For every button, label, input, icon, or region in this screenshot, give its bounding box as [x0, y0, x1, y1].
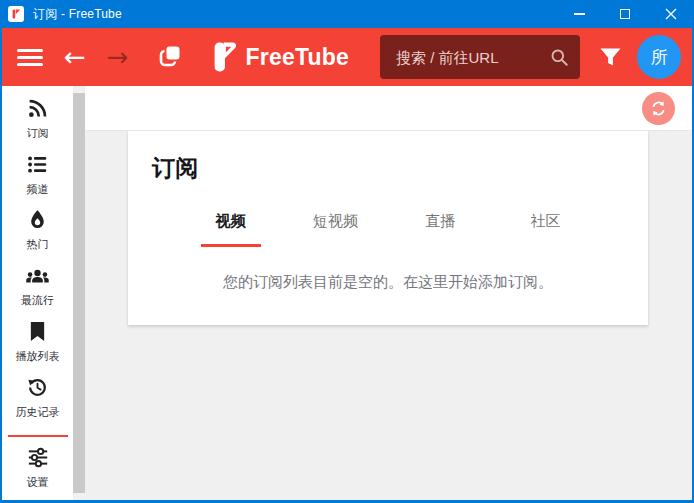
titlebar: 订阅 - FreeTube [0, 0, 694, 28]
app-window: 订阅 - FreeTube ← → [0, 0, 694, 503]
freetube-glyph-icon [10, 8, 22, 20]
sidebar-item-label: 频道 [27, 182, 49, 197]
search-icon[interactable] [550, 48, 569, 67]
refresh-icon [650, 100, 667, 117]
sidebar-item-label: 热门 [27, 237, 49, 252]
empty-state-message: 您的订阅列表目前是空的。在这里开始添加订阅。 [152, 273, 624, 292]
freetube-logo-icon [211, 39, 238, 75]
maximize-button[interactable] [602, 0, 648, 28]
freetube-logo[interactable]: FreeTube [211, 39, 349, 75]
content-top-strip [85, 86, 692, 131]
history-icon [27, 377, 48, 398]
sidebar-item-label: 订阅 [27, 126, 49, 141]
sidebar-divider [8, 435, 68, 437]
window-body: 订阅 频道 热门 [2, 86, 692, 500]
freetube-app-icon [8, 6, 24, 22]
profile-avatar[interactable]: 所 [637, 35, 681, 79]
search-box[interactable] [380, 35, 580, 79]
sidebar-item-history[interactable]: 历史记录 [2, 374, 73, 430]
subscription-tabs: 视频 短视频 直播 社区 [152, 212, 624, 247]
settings-sliders-icon [27, 447, 49, 468]
sidebar-item-subscriptions[interactable]: 订阅 [2, 95, 73, 151]
sidebar-item-settings[interactable]: 设置 [2, 444, 73, 500]
sidebar-item-trending[interactable]: 热门 [2, 206, 73, 262]
main-content: 订阅 视频 短视频 直播 社区 [85, 86, 692, 500]
close-icon [665, 8, 677, 20]
app-header: ← → FreeTube [2, 28, 692, 86]
sidebar: 订阅 频道 热门 [2, 86, 73, 500]
content-background: 订阅 视频 短视频 直播 社区 [85, 131, 692, 500]
sidebar-item-label: 最流行 [21, 293, 54, 308]
window-controls [556, 0, 694, 28]
forward-button[interactable]: → [107, 44, 129, 70]
new-window-icon [156, 44, 182, 70]
rss-icon [27, 98, 48, 119]
refresh-button[interactable] [642, 92, 675, 125]
tab-community[interactable]: 社区 [493, 212, 598, 247]
maximize-icon [620, 9, 630, 19]
menu-button[interactable] [17, 49, 43, 66]
subscriptions-card: 订阅 视频 短视频 直播 社区 [128, 131, 648, 325]
users-icon [26, 265, 49, 286]
tab-live[interactable]: 直播 [388, 212, 493, 247]
tab-videos[interactable]: 视频 [178, 212, 283, 247]
sidebar-scrollbar[interactable] [73, 86, 85, 500]
sidebar-item-label: 历史记录 [16, 405, 60, 420]
filter-button[interactable] [599, 47, 622, 68]
logo-text: FreeTube [246, 44, 349, 71]
tab-label: 社区 [531, 212, 561, 245]
window-title: 订阅 - FreeTube [33, 6, 122, 23]
close-button[interactable] [648, 0, 694, 28]
sidebar-item-label: 播放列表 [16, 349, 60, 364]
sidebar-item-most-popular[interactable]: 最流行 [2, 262, 73, 318]
search-input[interactable] [394, 48, 550, 67]
filter-icon [599, 47, 622, 68]
sidebar-item-channels[interactable]: 频道 [2, 151, 73, 207]
new-window-button[interactable] [156, 44, 182, 70]
sidebar-item-playlists[interactable]: 播放列表 [2, 318, 73, 374]
sidebar-item-label: 设置 [27, 475, 49, 490]
back-button[interactable]: ← [64, 44, 86, 70]
tab-label: 短视频 [313, 212, 358, 245]
tab-label: 视频 [201, 212, 261, 247]
minimize-icon [574, 13, 585, 15]
page-title: 订阅 [152, 153, 624, 184]
tab-label: 直播 [426, 212, 456, 245]
tab-shorts[interactable]: 短视频 [283, 212, 388, 247]
scrollbar-thumb[interactable] [73, 93, 85, 493]
fire-icon [27, 209, 48, 230]
bookmark-icon [28, 321, 47, 342]
minimize-button[interactable] [556, 0, 602, 28]
channels-list-icon [27, 154, 48, 175]
profile-initial: 所 [651, 46, 668, 69]
